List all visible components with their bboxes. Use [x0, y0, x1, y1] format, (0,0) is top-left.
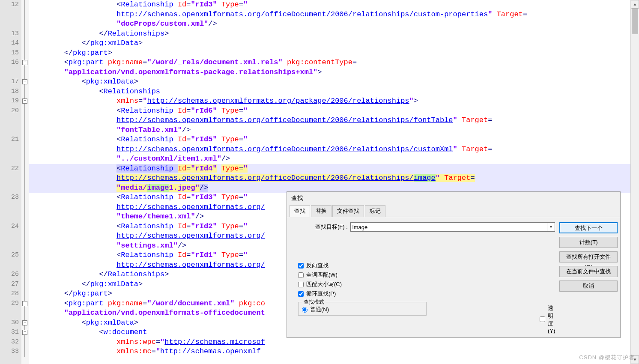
code-line[interactable]: <Relationship Id="rId5" Type="	[29, 135, 630, 145]
line-number	[0, 10, 19, 20]
line-number: 19	[0, 96, 19, 106]
code-line[interactable]: <Relationship Id="rId4" Type="	[29, 164, 630, 174]
line-number: 24	[0, 222, 19, 232]
code-line[interactable]: </pkg:part>	[29, 48, 630, 58]
code-line[interactable]: </Relationships>	[29, 29, 630, 39]
find-all-open-button[interactable]: 查找所有打开文件(O)	[559, 251, 618, 263]
code-line[interactable]: http://schemas.openxmlformats.org/office…	[29, 116, 630, 125]
chk-transparency[interactable]: 透明度(Y)	[540, 304, 555, 334]
scroll-thumb[interactable]	[632, 9, 638, 34]
code-line[interactable]: <pkg:xmlData>	[29, 77, 630, 87]
scroll-track[interactable]	[631, 9, 639, 355]
count-button[interactable]: 计数(T)	[559, 237, 618, 248]
code-line[interactable]: <Relationship Id="rId6" Type="	[29, 106, 630, 116]
code-line[interactable]: xmlns="http://schemas.openxmlformats.org…	[29, 96, 630, 106]
line-number: 33	[0, 347, 19, 357]
search-mode-legend: 查找模式	[302, 298, 326, 306]
line-number: 21	[0, 135, 19, 145]
chk-backward[interactable]: 反向查找	[298, 262, 555, 269]
line-number	[0, 241, 19, 251]
fold-toggle-icon[interactable]: −	[22, 98, 27, 104]
code-line[interactable]: "../customXml/item1.xml"/>	[29, 154, 630, 164]
code-line[interactable]: <Relationships	[29, 87, 630, 97]
vertical-scrollbar[interactable]: ▲ ▼	[630, 0, 639, 364]
tab-find-in-files[interactable]: 文件查找	[332, 205, 364, 217]
line-number: 25	[0, 251, 19, 260]
line-number	[0, 173, 19, 183]
dialog-title: 查找	[287, 192, 620, 205]
line-number	[0, 308, 19, 318]
line-number: 18	[0, 87, 19, 97]
line-number	[0, 212, 19, 222]
search-mode-group: 查找模式 普通(N)	[298, 302, 427, 316]
code-line[interactable]: "fontTable.xml"/>	[29, 125, 630, 135]
fold-toggle-icon[interactable]: −	[22, 320, 27, 325]
line-number	[0, 183, 19, 193]
line-number	[0, 68, 19, 78]
chk-match-case[interactable]: 匹配大小写(C)	[298, 280, 555, 288]
line-number	[0, 125, 19, 135]
code-line[interactable]: xmlns:wpc="http://schemas.microsof	[29, 337, 630, 347]
find-in-current-button[interactable]: 在当前文件中查找	[559, 266, 618, 277]
line-number: 17	[0, 77, 19, 87]
line-number: 14	[0, 39, 19, 48]
scroll-down-arrow[interactable]: ▼	[631, 355, 639, 364]
line-number	[0, 260, 19, 270]
line-number	[0, 154, 19, 164]
code-line[interactable]: "docProps/custom.xml"/>	[29, 19, 630, 29]
line-number	[0, 231, 19, 241]
line-number-gutter: 1213141516171819202122232425262728293031…	[0, 0, 21, 364]
find-target-combo[interactable]: ▾	[350, 222, 555, 232]
fold-toggle-icon[interactable]: −	[22, 301, 27, 306]
tab-find[interactable]: 查找	[290, 205, 310, 217]
find-dialog: 查找 查找 替换 文件查找 标记 查找目标(F) : ▾ 反向查找 全词匹配(W…	[287, 191, 621, 338]
line-number: 16	[0, 58, 19, 68]
tab-mark[interactable]: 标记	[365, 205, 385, 217]
fold-column[interactable]: −−−−−−	[21, 0, 29, 364]
code-line[interactable]: "application/vnd.openxmlformats-package.…	[29, 68, 630, 78]
chevron-down-icon[interactable]: ▾	[547, 223, 555, 231]
line-number: 28	[0, 289, 19, 299]
line-number: 23	[0, 193, 19, 203]
code-line[interactable]: http://schemas.openxmlformats.org/office…	[29, 145, 630, 155]
line-number	[0, 19, 19, 29]
fold-toggle-icon[interactable]: −	[22, 330, 27, 335]
code-line[interactable]: <Relationship Id="rId3" Type="	[29, 0, 630, 10]
chk-wrap[interactable]: 循环查找(P)	[298, 290, 555, 298]
code-line[interactable]: </pkg:xmlData>	[29, 39, 630, 48]
line-number: 30	[0, 318, 19, 328]
chk-whole-word[interactable]: 全词匹配(W)	[298, 271, 555, 279]
line-number: 31	[0, 328, 19, 337]
code-line[interactable]: <pkg:part pkg:name="/word/_rels/document…	[29, 58, 630, 68]
line-number: 27	[0, 280, 19, 289]
fold-toggle-icon[interactable]: −	[22, 79, 27, 84]
line-number: 13	[0, 29, 19, 39]
find-next-button[interactable]: 查找下一个	[559, 222, 618, 233]
tab-replace[interactable]: 替换	[311, 205, 331, 217]
fold-toggle-icon[interactable]: −	[22, 60, 27, 65]
line-number: 26	[0, 270, 19, 280]
line-number	[0, 116, 19, 125]
code-line[interactable]: http://schemas.openxmlformats.org/office…	[29, 173, 630, 183]
find-label: 查找目标(F) :	[315, 223, 348, 231]
line-number: 20	[0, 106, 19, 116]
scroll-up-arrow[interactable]: ▲	[631, 0, 639, 9]
line-number	[0, 145, 19, 155]
line-number: 29	[0, 299, 19, 309]
find-target-input[interactable]	[351, 223, 547, 231]
code-line[interactable]: xmlns:mc="http://schemas.openxmlf	[29, 347, 630, 357]
line-number: 12	[0, 0, 19, 10]
line-number: 32	[0, 337, 19, 347]
line-number: 22	[0, 164, 19, 174]
dialog-tabs: 查找 替换 文件查找 标记	[287, 205, 620, 217]
code-line[interactable]: http://schemas.openxmlformats.org/office…	[29, 10, 630, 20]
radio-normal[interactable]: 普通(N)	[302, 306, 423, 313]
cancel-button[interactable]: 取消	[559, 280, 618, 292]
line-number: 15	[0, 48, 19, 58]
line-number	[0, 203, 19, 212]
